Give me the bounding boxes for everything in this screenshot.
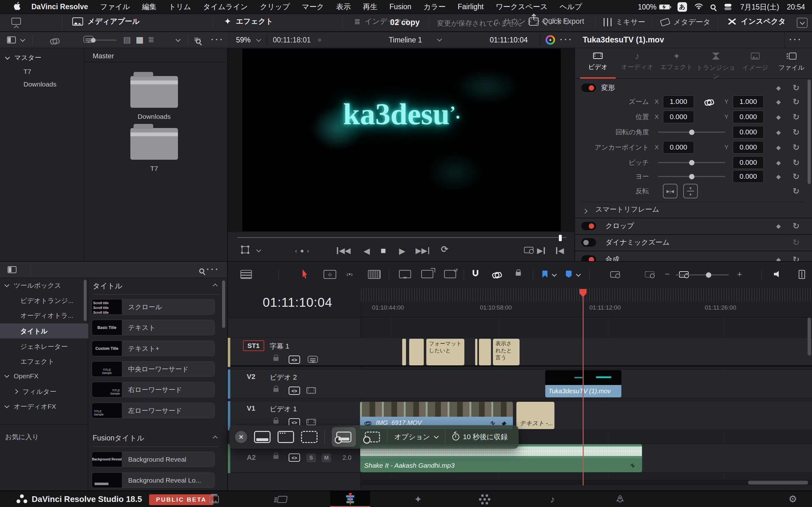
track-st1[interactable]: ST1 字幕 1 フォーマットしたいと 表示されたと言う bbox=[228, 337, 812, 367]
composite-reset-icon[interactable] bbox=[793, 256, 800, 261]
capture-screen-icon[interactable] bbox=[254, 431, 270, 443]
tree-scrollbar[interactable] bbox=[84, 280, 87, 321]
folder-item[interactable]: T7 bbox=[129, 128, 180, 172]
anchor-keyframe-icon[interactable] bbox=[776, 145, 781, 151]
timeline-selector-chevron[interactable] bbox=[437, 37, 442, 42]
dynamic-zoom-section[interactable]: ダイナミックズーム bbox=[575, 235, 812, 250]
tree-titles[interactable]: タイトル bbox=[0, 324, 88, 338]
snapping-button[interactable] bbox=[473, 270, 478, 276]
selection-mode-button[interactable] bbox=[303, 269, 310, 279]
in-out-range-icon[interactable] bbox=[295, 247, 310, 254]
gang-dot[interactable] bbox=[318, 38, 321, 42]
dynamic-zoom-toggle[interactable] bbox=[581, 238, 596, 246]
menu-playback[interactable]: 再生 bbox=[363, 2, 377, 12]
menu-view[interactable]: 表示 bbox=[336, 2, 351, 12]
loop-button[interactable] bbox=[441, 245, 448, 254]
menu-workspace[interactable]: ワークスペース bbox=[496, 2, 548, 12]
zoom-keyframe-icon[interactable] bbox=[776, 99, 781, 105]
transform-tool-icon[interactable] bbox=[242, 246, 249, 253]
flip-reset-icon[interactable] bbox=[793, 187, 800, 195]
zoom-link-icon[interactable] bbox=[705, 99, 714, 105]
clip-curve-icon[interactable] bbox=[629, 462, 635, 469]
sort-icon[interactable] bbox=[194, 36, 201, 43]
effects-sidebar-toggle[interactable] bbox=[8, 266, 16, 273]
anchor-reset-icon[interactable] bbox=[793, 143, 800, 152]
menu-edit[interactable]: 編集 bbox=[142, 2, 157, 12]
crop-toggle[interactable] bbox=[581, 222, 596, 230]
timeline-timecode[interactable]: 01:11:10:04 bbox=[259, 295, 336, 309]
rotation-slider[interactable] bbox=[658, 132, 725, 133]
menu-timeline[interactable]: タイムライン bbox=[203, 2, 248, 12]
bin-downloads[interactable]: Downloads bbox=[0, 77, 84, 91]
title-item-scroll[interactable]: Scroll title Scroll title Scroll title ス… bbox=[92, 299, 215, 315]
mute-button[interactable]: M bbox=[322, 453, 331, 462]
insert-clip-button[interactable] bbox=[399, 270, 411, 278]
mixer-pane-button[interactable] bbox=[799, 270, 805, 279]
pitch-keyframe-icon[interactable] bbox=[776, 160, 781, 166]
tab-audio[interactable]: オーディオ bbox=[618, 48, 657, 78]
effects-list-scrollbar[interactable] bbox=[222, 280, 225, 328]
page-deliver[interactable] bbox=[600, 491, 640, 507]
fusion-titles-header[interactable]: Fusionタイトル bbox=[93, 433, 219, 443]
composite-toggle[interactable] bbox=[581, 256, 596, 261]
zoom-full-extent-button[interactable] bbox=[610, 271, 620, 278]
position-keyframe-icon[interactable] bbox=[776, 114, 781, 120]
tab-image[interactable]: イメージ bbox=[735, 48, 775, 78]
viewer-options-icon[interactable] bbox=[560, 37, 571, 42]
tab-video[interactable]: ビデオ bbox=[578, 48, 618, 78]
tree-audiofx[interactable]: オーディオFX bbox=[0, 399, 88, 414]
video-track-icon[interactable] bbox=[306, 419, 316, 425]
search-chevron[interactable] bbox=[176, 37, 181, 42]
overwrite-clip-button[interactable] bbox=[421, 270, 433, 278]
smart-reframe-section[interactable]: スマートリフレーム bbox=[575, 202, 812, 217]
track-name[interactable]: ビデオ 1 bbox=[270, 404, 297, 414]
capture-selection-icon[interactable] bbox=[301, 431, 317, 443]
zoom-y-field[interactable]: 1.000 bbox=[733, 95, 764, 108]
razor-tool-button[interactable] bbox=[368, 270, 380, 279]
relink-icon[interactable] bbox=[50, 38, 60, 44]
track-name[interactable]: ビデオ 2 bbox=[270, 373, 297, 382]
tree-audio-transitions[interactable]: オーディオトラ... bbox=[0, 308, 88, 323]
solo-button[interactable]: S bbox=[306, 453, 316, 462]
capture-close-button[interactable] bbox=[235, 431, 247, 443]
menu-trim[interactable]: トリム bbox=[169, 2, 191, 12]
pitch-slider[interactable] bbox=[658, 162, 725, 163]
card-view-button[interactable] bbox=[123, 36, 131, 44]
flip-horizontal-button[interactable]: ▶|◀ bbox=[663, 184, 677, 199]
match-frame-icon[interactable] bbox=[524, 247, 534, 253]
menu-fairlight[interactable]: Fairlight bbox=[458, 3, 484, 11]
title-item-center-lower-third[interactable]: TITLE Sample 中央ローワーサード bbox=[92, 361, 215, 377]
zoom-reset-icon[interactable] bbox=[793, 98, 800, 106]
marker-button[interactable] bbox=[566, 271, 571, 278]
auto-select-icon[interactable] bbox=[289, 453, 300, 462]
menu-fusion[interactable]: Fusion bbox=[390, 3, 411, 11]
lock-track-icon[interactable] bbox=[273, 385, 278, 393]
rotation-field[interactable]: 0.000 bbox=[733, 126, 764, 138]
tab-effects[interactable]: エフェクト bbox=[657, 48, 696, 78]
track-name[interactable]: 字幕 1 bbox=[270, 342, 289, 351]
go-last-frame-button[interactable]: ▶▶ bbox=[415, 246, 429, 255]
tree-effects[interactable]: エフェクト bbox=[0, 354, 88, 369]
tab-file[interactable]: ファイル bbox=[772, 48, 811, 78]
inspector-scrollbar[interactable] bbox=[808, 79, 811, 184]
composite-keyframe-icon[interactable] bbox=[776, 257, 781, 262]
menu-mark[interactable]: マーク bbox=[302, 2, 324, 12]
bin-master[interactable]: マスター bbox=[0, 51, 84, 65]
page-color[interactable] bbox=[465, 491, 505, 507]
spotlight-search-icon[interactable] bbox=[711, 4, 716, 9]
tree-filters[interactable]: フィルター bbox=[0, 384, 88, 399]
tab-transition[interactable]: トランジション bbox=[696, 48, 735, 78]
auto-select-icon[interactable] bbox=[289, 355, 300, 364]
titles-header[interactable]: タイトル bbox=[93, 281, 219, 291]
title-item-textplus[interactable]: Custom Title テキスト+ bbox=[92, 341, 215, 356]
text-clip[interactable]: テキスト -... bbox=[516, 402, 554, 429]
position-reset-icon[interactable] bbox=[793, 113, 800, 121]
bin-sidebar-chevron[interactable] bbox=[20, 37, 26, 42]
ime-indicator[interactable]: あ bbox=[677, 2, 687, 12]
magic-mask-icon[interactable]: ✦ bbox=[546, 35, 555, 45]
media-pool-toggle[interactable]: メディアプール bbox=[72, 16, 140, 26]
page-media[interactable] bbox=[194, 491, 234, 507]
crop-keyframe-icon[interactable] bbox=[776, 223, 781, 229]
quick-export-button[interactable]: Quick Export bbox=[529, 17, 584, 26]
lock-track-icon[interactable] bbox=[273, 452, 278, 460]
